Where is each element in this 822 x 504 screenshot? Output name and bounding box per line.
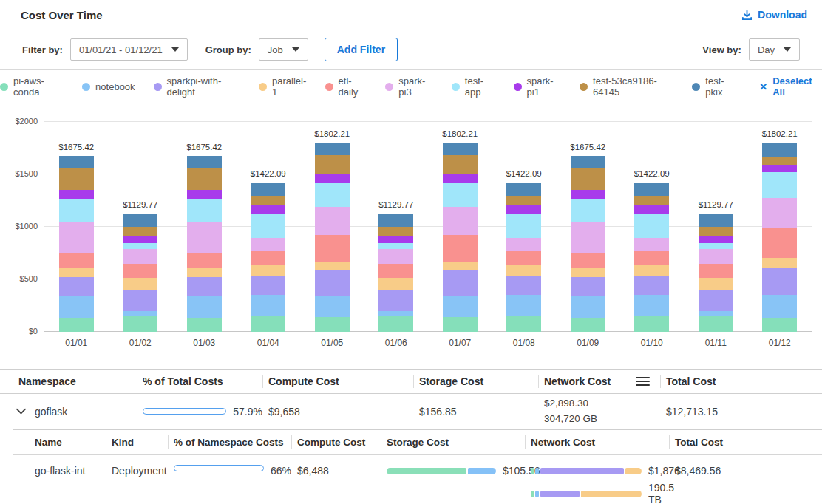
bar-segment-pi-aws-conda[interactable] xyxy=(315,317,350,332)
col-total-cost[interactable]: Total Cost xyxy=(660,370,822,393)
bar-segment-test-pkix[interactable] xyxy=(378,214,413,228)
bar-segment-spark-pi1[interactable] xyxy=(634,205,669,214)
bar-segment-test-53ca9186-64145[interactable] xyxy=(378,227,413,236)
legend-item-test-53ca9186-64145[interactable]: test-53ca9186-64145 xyxy=(580,75,673,98)
bar-segment-test-app[interactable] xyxy=(187,199,222,222)
bar-segment-sparkpi-with-delight[interactable] xyxy=(506,276,541,295)
legend-item-spark-pi3[interactable]: spark-pi3 xyxy=(385,75,433,98)
legend-item-parallel-1[interactable]: parallel-1 xyxy=(259,75,307,98)
column-menu-icon[interactable] xyxy=(636,375,650,388)
bar-segment-test-pkix[interactable] xyxy=(251,183,285,196)
bar-segment-notebook[interactable] xyxy=(571,296,605,318)
bar-segment-sparkpi-with-delight[interactable] xyxy=(123,290,157,310)
bar-segment-test-pkix[interactable] xyxy=(59,156,94,168)
date-range-select[interactable]: 01/01/21 - 01/12/21 xyxy=(70,38,188,61)
col-pct-total-costs[interactable]: % of Total Costs xyxy=(137,370,262,393)
bar-segment-test-app[interactable] xyxy=(315,183,350,207)
bar-segment-parallel-1[interactable] xyxy=(59,268,94,277)
col-storage-cost[interactable]: Storage Cost xyxy=(413,370,538,393)
bar-segment-etl-daily[interactable] xyxy=(443,235,478,262)
bar-segment-test-53ca9186-64145[interactable] xyxy=(634,196,669,204)
bar-segment-parallel-1[interactable] xyxy=(634,265,669,276)
bar-segment-pi-aws-conda[interactable] xyxy=(251,316,285,332)
stacked-bar[interactable] xyxy=(123,214,157,332)
bar-segment-test-53ca9186-64145[interactable] xyxy=(59,168,94,190)
stacked-bar[interactable] xyxy=(315,143,350,332)
bar-segment-etl-daily[interactable] xyxy=(571,253,605,268)
bar-segment-notebook[interactable] xyxy=(251,295,285,316)
bar-segment-notebook[interactable] xyxy=(634,295,669,316)
bar-segment-notebook[interactable] xyxy=(506,295,541,316)
bar-segment-test-app[interactable] xyxy=(251,214,285,238)
bar-segment-test-53ca9186-64145[interactable] xyxy=(315,155,350,175)
group-by-select[interactable]: Job xyxy=(259,38,308,61)
bar-segment-notebook[interactable] xyxy=(59,296,94,318)
bar-segment-parallel-1[interactable] xyxy=(571,268,605,277)
bar-segment-parallel-1[interactable] xyxy=(123,278,157,290)
stacked-bar[interactable] xyxy=(634,183,669,332)
bar-segment-pi-aws-conda[interactable] xyxy=(634,316,669,332)
bar-segment-pi-aws-conda[interactable] xyxy=(762,318,797,332)
legend-item-test-pkix[interactable]: test-pkix xyxy=(692,75,736,98)
bar-segment-test-pkix[interactable] xyxy=(443,143,478,155)
stacked-bar[interactable] xyxy=(59,156,94,332)
bar-segment-etl-daily[interactable] xyxy=(123,264,157,278)
add-filter-button[interactable]: Add Filter xyxy=(325,38,398,61)
bar-segment-sparkpi-with-delight[interactable] xyxy=(378,290,413,310)
bar-segment-etl-daily[interactable] xyxy=(59,253,94,268)
bar-segment-test-pkix[interactable] xyxy=(506,183,541,196)
bar-segment-spark-pi1[interactable] xyxy=(378,236,413,243)
stacked-bar[interactable] xyxy=(699,214,733,332)
bar-segment-spark-pi1[interactable] xyxy=(699,236,733,243)
bar-segment-spark-pi3[interactable] xyxy=(315,207,350,234)
bar-segment-sparkpi-with-delight[interactable] xyxy=(443,270,478,296)
col-total-cost[interactable]: Total Cost xyxy=(669,430,822,454)
bar-segment-etl-daily[interactable] xyxy=(315,235,350,262)
bar-segment-spark-pi1[interactable] xyxy=(315,174,350,183)
bar-segment-test-53ca9186-64145[interactable] xyxy=(187,168,222,190)
bar-segment-test-53ca9186-64145[interactable] xyxy=(762,157,797,165)
bar-segment-pi-aws-conda[interactable] xyxy=(571,318,605,332)
bar-segment-notebook[interactable] xyxy=(187,296,222,318)
bar-segment-parallel-1[interactable] xyxy=(506,265,541,276)
legend-item-spark-pi1[interactable]: spark-pi1 xyxy=(514,75,562,98)
bar-segment-test-53ca9186-64145[interactable] xyxy=(699,227,733,236)
bar-segment-spark-pi1[interactable] xyxy=(443,174,478,183)
bar-segment-spark-pi3[interactable] xyxy=(251,238,285,251)
bar-segment-test-app[interactable] xyxy=(506,214,541,238)
bar-segment-pi-aws-conda[interactable] xyxy=(187,318,222,332)
stacked-bar[interactable] xyxy=(762,143,797,332)
bar-segment-pi-aws-conda[interactable] xyxy=(378,316,413,332)
bar-segment-test-53ca9186-64145[interactable] xyxy=(123,227,157,236)
bar-segment-spark-pi3[interactable] xyxy=(571,222,605,253)
bar-segment-notebook[interactable] xyxy=(315,296,350,317)
bar-segment-parallel-1[interactable] xyxy=(187,268,222,277)
bar-segment-pi-aws-conda[interactable] xyxy=(443,317,478,332)
bar-segment-test-app[interactable] xyxy=(443,183,478,207)
bar-segment-spark-pi3[interactable] xyxy=(187,222,222,253)
stacked-bar[interactable] xyxy=(378,214,413,332)
bar-segment-sparkpi-with-delight[interactable] xyxy=(59,277,94,296)
stacked-bar[interactable] xyxy=(506,183,541,332)
download-button[interactable]: Download xyxy=(741,9,807,21)
bar-segment-test-pkix[interactable] xyxy=(571,156,605,168)
col-network-cost[interactable]: Network Cost xyxy=(538,370,660,393)
bar-segment-spark-pi3[interactable] xyxy=(378,249,413,264)
bar-segment-spark-pi1[interactable] xyxy=(506,205,541,214)
bar-segment-test-app[interactable] xyxy=(699,243,733,249)
legend-item-pi-aws-conda[interactable]: pi-aws-conda xyxy=(0,75,64,98)
bar-segment-pi-aws-conda[interactable] xyxy=(123,316,157,332)
bar-segment-spark-pi1[interactable] xyxy=(251,205,285,214)
bar-segment-spark-pi3[interactable] xyxy=(699,249,733,264)
legend-item-sparkpi-with-delight[interactable]: sparkpi-with-delight xyxy=(154,75,240,98)
col-storage-cost[interactable]: Storage Cost xyxy=(381,430,525,454)
bar-segment-parallel-1[interactable] xyxy=(315,262,350,270)
bar-segment-etl-daily[interactable] xyxy=(634,251,669,265)
stacked-bar[interactable] xyxy=(251,183,285,332)
col-network-cost[interactable]: Network Cost xyxy=(525,430,669,454)
bar-segment-parallel-1[interactable] xyxy=(699,278,733,290)
deselect-all-button[interactable]: ✕ Deselect All xyxy=(759,75,822,98)
bar-segment-test-pkix[interactable] xyxy=(699,214,733,228)
bar-segment-parallel-1[interactable] xyxy=(251,265,285,276)
bar-segment-notebook[interactable] xyxy=(762,295,797,318)
